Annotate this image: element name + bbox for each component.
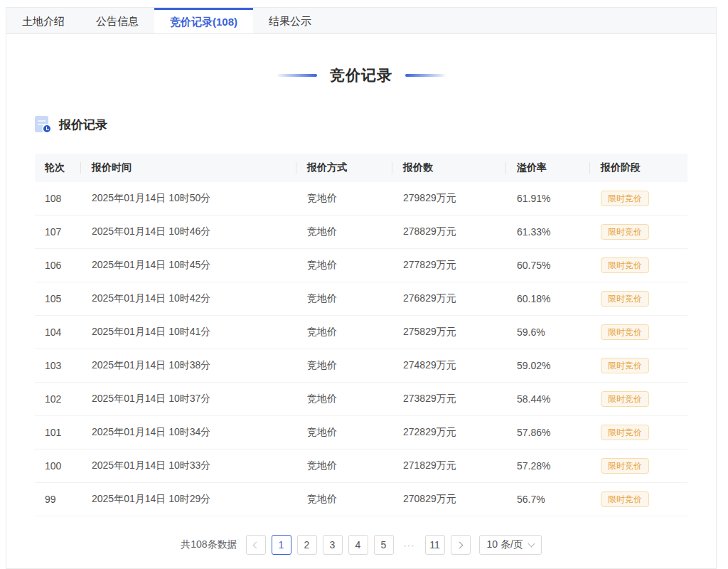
cell-time: 2025年01月14日 10时41分 (80, 326, 296, 339)
cell-round: 104 (35, 326, 80, 338)
cell-premium: 60.18% (505, 293, 589, 304)
next-page-button[interactable] (451, 535, 471, 555)
phase-badge: 限时竞价 (601, 425, 649, 440)
cell-method: 竞地价 (296, 225, 392, 238)
table-row: 1082025年01月14日 10时50分竞地价279829万元61.91%限时… (35, 182, 687, 216)
table-body: 1082025年01月14日 10时50分竞地价279829万元61.91%限时… (35, 182, 687, 516)
phase-badge: 限时竞价 (601, 458, 649, 474)
title-decor-right (405, 74, 445, 77)
cell-phase: 限时竞价 (589, 324, 687, 340)
cell-round: 99 (35, 494, 80, 505)
table-row: 992025年01月14日 10时29分竞地价270829万元56.7%限时竞价 (35, 483, 687, 516)
cell-amount: 276829万元 (392, 292, 505, 305)
phase-badge: 限时竞价 (601, 191, 649, 206)
cell-round: 108 (35, 193, 80, 204)
cell-phase: 限时竞价 (589, 191, 687, 206)
chevron-left-icon (253, 541, 260, 548)
table-row: 1032025年01月14日 10时38分竞地价274829万元59.02%限时… (35, 349, 687, 383)
tab-land-intro[interactable]: 土地介绍 (6, 8, 80, 33)
cell-time: 2025年01月14日 10时33分 (80, 459, 296, 472)
cell-premium: 61.33% (505, 226, 589, 238)
page-button[interactable]: 5 (374, 535, 394, 555)
cell-time: 2025年01月14日 10时29分 (80, 493, 296, 506)
cell-method: 竞地价 (296, 359, 392, 372)
phase-badge: 限时竞价 (601, 491, 649, 507)
cell-amount: 270829万元 (392, 493, 505, 506)
page-button[interactable]: 2 (297, 535, 317, 555)
cell-round: 100 (35, 460, 80, 472)
cell-amount: 274829万元 (392, 359, 505, 372)
column-header: 报价方式 (296, 154, 392, 182)
cell-time: 2025年01月14日 10时45分 (80, 259, 296, 272)
total-count-label: 共108条数据 (181, 538, 237, 551)
cell-premium: 59.6% (505, 326, 589, 338)
cell-premium: 57.86% (505, 427, 589, 438)
cell-amount: 279829万元 (392, 192, 505, 205)
page-title: 竞价记录 (330, 65, 392, 85)
cell-amount: 278829万元 (392, 225, 505, 238)
phase-badge: 限时竞价 (601, 391, 649, 407)
chevron-down-icon (528, 540, 535, 547)
cell-method: 竞地价 (296, 493, 392, 506)
cell-time: 2025年01月14日 10时50分 (80, 192, 296, 205)
cell-round: 102 (35, 393, 80, 405)
cell-method: 竞地价 (296, 459, 392, 472)
cell-method: 竞地价 (296, 292, 392, 305)
cell-round: 107 (35, 226, 80, 238)
table-header-row: 轮次报价时间报价方式报价数溢价率报价阶段 (35, 154, 687, 182)
table-row: 1072025年01月14日 10时46分竞地价278829万元61.33%限时… (35, 216, 687, 249)
tab-result-publicity[interactable]: 结果公示 (253, 8, 327, 33)
table-row: 1022025年01月14日 10时37分竞地价273829万元58.44%限时… (35, 383, 687, 416)
cell-premium: 61.91% (505, 193, 589, 204)
page-button[interactable]: 3 (323, 535, 343, 555)
page-button[interactable]: 1 (272, 535, 291, 555)
cell-phase: 限时竞价 (589, 458, 687, 474)
cell-phase: 限时竞价 (589, 291, 687, 307)
table-row: 1062025年01月14日 10时45分竞地价277829万元60.75%限时… (35, 249, 687, 282)
tab-announcement-info[interactable]: 公告信息 (80, 8, 154, 33)
phase-badge: 限时竞价 (601, 324, 649, 340)
cell-phase: 限时竞价 (589, 425, 687, 440)
cell-method: 竞地价 (296, 259, 392, 272)
cell-premium: 59.02% (505, 360, 589, 371)
cell-phase: 限时竞价 (589, 358, 687, 373)
cell-time: 2025年01月14日 10时38分 (80, 359, 296, 372)
phase-badge: 限时竞价 (601, 224, 649, 240)
cell-round: 106 (35, 260, 80, 271)
tab-bidding-records[interactable]: 竞价记录(108) (154, 8, 253, 33)
section-title-block: 竞价记录 (35, 65, 687, 85)
page-size-value: 10 条/页 (487, 538, 523, 551)
table-row: 1012025年01月14日 10时34分竞地价272829万元57.86%限时… (35, 416, 687, 450)
cell-phase: 限时竞价 (589, 224, 687, 240)
tab-bar: 土地介绍公告信息竞价记录(108)结果公示 (6, 8, 716, 34)
cell-amount: 275829万元 (392, 326, 505, 339)
cell-premium: 57.28% (505, 460, 589, 472)
cell-method: 竞地价 (296, 393, 392, 405)
phase-badge: 限时竞价 (601, 358, 649, 373)
cell-round: 101 (35, 427, 80, 438)
column-header: 轮次 (35, 154, 80, 182)
title-decor-left (277, 74, 317, 77)
cell-phase: 限时竞价 (589, 257, 687, 273)
chevron-right-icon (456, 541, 464, 548)
page-buttons: 12345···11 (272, 535, 445, 555)
content-panel: 土地介绍公告信息竞价记录(108)结果公示 竞价记录 报价记录 轮次报价时间报价… (6, 7, 717, 569)
cell-premium: 56.7% (505, 494, 589, 505)
quote-records-title: 报价记录 (59, 117, 107, 133)
table-row: 1042025年01月14日 10时41分竞地价275829万元59.6%限时竞… (35, 316, 687, 349)
cell-method: 竞地价 (296, 326, 392, 339)
cell-amount: 277829万元 (392, 259, 505, 272)
cell-amount: 272829万元 (392, 426, 505, 439)
cell-time: 2025年01月14日 10时42分 (80, 292, 296, 305)
cell-time: 2025年01月14日 10时34分 (80, 426, 296, 439)
page-button[interactable]: 4 (348, 535, 368, 555)
page-button[interactable]: 11 (425, 535, 445, 555)
cell-amount: 271829万元 (392, 459, 505, 472)
prev-page-button[interactable] (246, 535, 266, 555)
page-size-select[interactable]: 10 条/页 (479, 535, 542, 555)
cell-time: 2025年01月14日 10时46分 (80, 225, 296, 238)
page-ellipsis[interactable]: ··· (400, 540, 419, 551)
bidding-records-content: 竞价记录 报价记录 轮次报价时间报价方式报价数溢价率报价阶段 1082025年0… (6, 65, 716, 555)
cell-premium: 60.75% (505, 260, 589, 271)
cell-phase: 限时竞价 (589, 391, 687, 407)
